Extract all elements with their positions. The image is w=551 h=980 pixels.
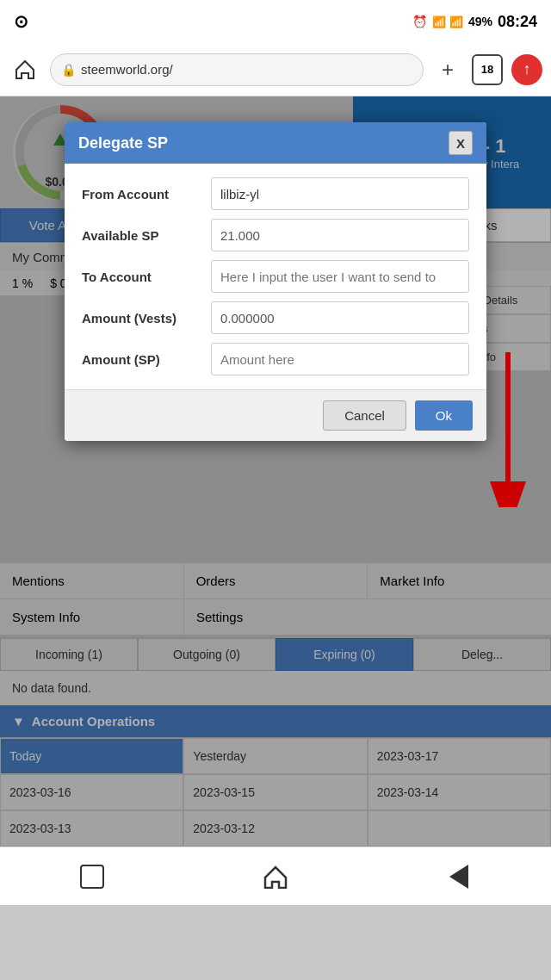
status-bar: ⊙ ⏰ 📶 📶 49% 08:24 (0, 0, 551, 43)
nav-back-button[interactable] (437, 855, 480, 898)
to-account-row: To Account (82, 260, 469, 293)
nav-home-button[interactable] (254, 855, 297, 898)
main-content: $0.00 2023 - 03 - 1 ( Top 75 Trending By… (0, 96, 551, 847)
available-sp-row: Available SP (82, 219, 469, 251)
amount-vests-row: Amount (Vests) (82, 301, 469, 334)
refresh-button[interactable]: ↑ (511, 54, 542, 85)
amount-sp-input[interactable] (211, 343, 469, 375)
to-account-input[interactable] (211, 260, 469, 293)
new-tab-button[interactable]: + (432, 54, 463, 85)
amount-vests-input[interactable] (211, 301, 469, 334)
tabs-count-label: 18 (481, 63, 493, 76)
square-icon (80, 865, 104, 889)
dialog-title: Delegate SP (78, 134, 168, 152)
from-account-row: From Account (82, 177, 469, 210)
dialog-body: From Account Available SP To Account Amo… (65, 164, 486, 389)
browser-home-button[interactable] (9, 53, 41, 86)
dialog-footer: Cancel Ok (65, 389, 486, 441)
status-right: ⏰ 📶 📶 49% 08:24 (412, 13, 537, 31)
lock-icon: 🔒 (61, 63, 76, 77)
dialog-close-button[interactable]: X (449, 131, 473, 155)
signal-icon: 📶 📶 (432, 16, 463, 28)
to-account-label: To Account (82, 270, 202, 284)
close-icon: X (456, 136, 465, 151)
browser-bar: 🔒 steemworld.org/ + 18 ↑ (0, 43, 551, 96)
available-sp-label: Available SP (82, 228, 202, 243)
dialog-overlay: Delegate SP X From Account Available SP (0, 96, 551, 847)
delegate-sp-dialog: Delegate SP X From Account Available SP (65, 122, 486, 441)
url-bar[interactable]: 🔒 steemworld.org/ (50, 53, 424, 86)
from-account-input[interactable] (211, 177, 469, 210)
alarm-icon: ⏰ (412, 15, 427, 28)
amount-sp-label: Amount (SP) (82, 352, 202, 367)
from-account-label: From Account (82, 187, 202, 202)
battery-indicator: 49% (468, 15, 492, 28)
bottom-nav (0, 847, 551, 905)
home-nav-icon (263, 865, 288, 889)
tabs-count-button[interactable]: 18 (472, 54, 503, 85)
dialog-header: Delegate SP X (65, 122, 486, 164)
status-left: ⊙ (14, 11, 28, 32)
clock-display: 08:24 (498, 13, 537, 31)
url-text: steemworld.org/ (81, 62, 173, 77)
available-sp-input[interactable] (211, 219, 469, 251)
cancel-button[interactable]: Cancel (323, 400, 406, 431)
ok-button[interactable]: Ok (415, 400, 473, 431)
back-arrow-icon (449, 865, 468, 889)
nav-square-button[interactable] (71, 855, 114, 898)
amount-sp-row: Amount (SP) (82, 343, 469, 375)
amount-vests-label: Amount (Vests) (82, 311, 202, 326)
whatsapp-icon: ⊙ (14, 11, 28, 32)
